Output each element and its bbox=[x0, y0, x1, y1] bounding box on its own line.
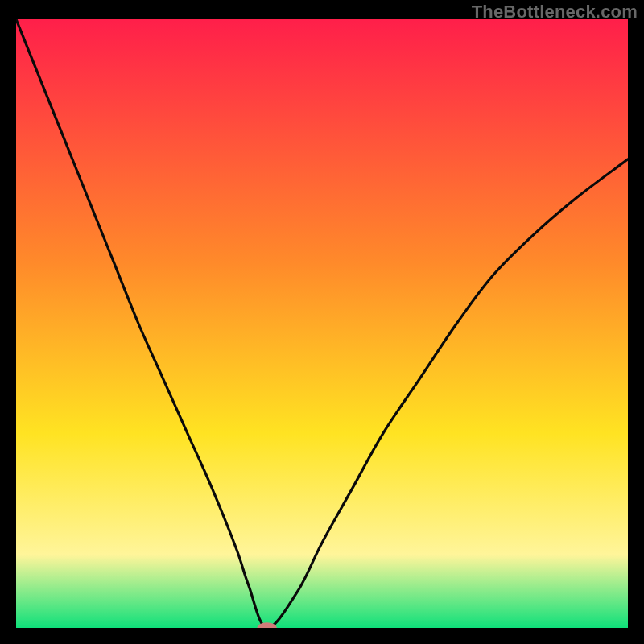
bottleneck-chart bbox=[16, 19, 628, 628]
chart-container: TheBottleneck.com bbox=[0, 0, 644, 644]
gradient-background bbox=[16, 19, 628, 628]
plot-area bbox=[16, 19, 628, 628]
watermark-text: TheBottleneck.com bbox=[472, 2, 638, 23]
